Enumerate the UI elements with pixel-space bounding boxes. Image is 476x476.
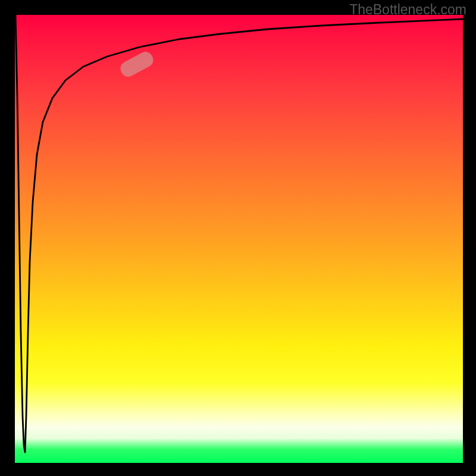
chart-frame: TheBottleneck.com xyxy=(0,0,476,476)
plot-background-gradient xyxy=(15,15,463,463)
attribution-text: TheBottleneck.com xyxy=(349,2,466,18)
